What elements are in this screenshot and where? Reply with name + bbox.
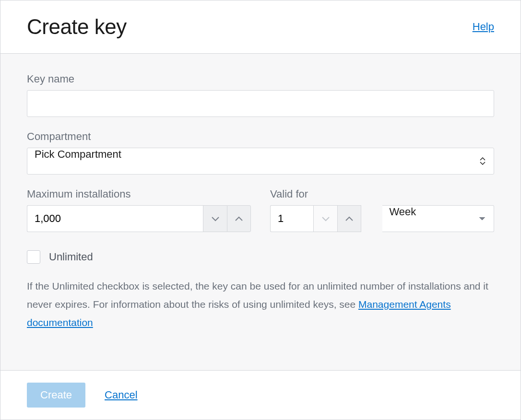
chevron-up-icon	[235, 216, 243, 222]
chevron-up-icon	[345, 216, 354, 222]
cancel-button[interactable]: Cancel	[105, 389, 137, 401]
valid-for-decrement[interactable]	[313, 205, 337, 232]
key-name-label: Key name	[27, 73, 494, 85]
dialog-footer: Create Cancel	[0, 370, 521, 420]
max-install-decrement[interactable]	[203, 205, 227, 232]
dialog-content: Key name Compartment Pick Compartment Ma…	[0, 54, 521, 370]
dialog-header: Create key Help	[0, 0, 521, 54]
key-name-input[interactable]	[27, 90, 494, 117]
valid-for-unit-select[interactable]: Week	[382, 205, 495, 232]
unlimited-label: Unlimited	[49, 251, 93, 263]
help-link[interactable]: Help	[473, 21, 494, 33]
create-key-dialog: Create key Help Key name Compartment Pic…	[0, 0, 521, 420]
chevron-down-icon	[211, 216, 220, 222]
dialog-title: Create key	[27, 15, 127, 39]
key-name-field: Key name	[27, 73, 494, 117]
compartment-label: Compartment	[27, 130, 494, 143]
chevron-down-icon	[321, 216, 330, 222]
valid-for-field: Valid for	[270, 188, 494, 232]
unlimited-help-text: If the Unlimited checkbox is selected, t…	[27, 277, 494, 331]
max-install-label: Maximum installations	[27, 188, 251, 200]
valid-for-label: Valid for	[270, 188, 494, 200]
max-install-field: Maximum installations	[27, 188, 251, 232]
max-install-input[interactable]	[27, 205, 203, 232]
compartment-select[interactable]: Pick Compartment	[27, 148, 494, 175]
valid-for-input[interactable]	[270, 205, 313, 232]
install-valid-row: Maximum installations	[27, 188, 494, 232]
unlimited-row: Unlimited	[27, 250, 494, 264]
compartment-field: Compartment Pick Compartment	[27, 130, 494, 175]
unlimited-checkbox[interactable]	[27, 250, 40, 264]
create-button[interactable]: Create	[27, 383, 85, 408]
valid-for-increment[interactable]	[337, 205, 361, 232]
max-install-increment[interactable]	[227, 205, 251, 232]
